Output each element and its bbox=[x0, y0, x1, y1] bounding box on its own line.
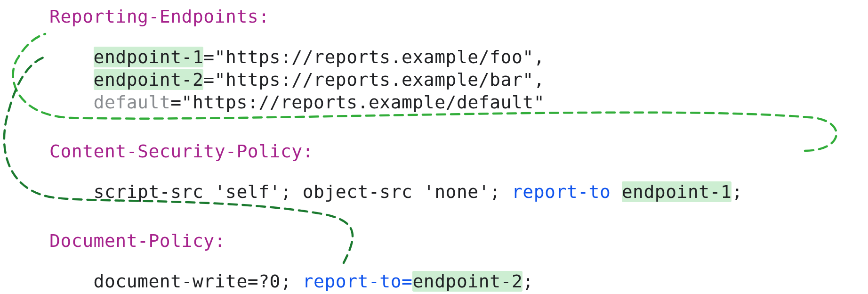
docpolicy-endpoint-ref: endpoint-2 bbox=[412, 271, 522, 292]
docpolicy-prefix: document-write=?0; bbox=[94, 271, 303, 292]
csp-report-to-key: report-to bbox=[512, 181, 622, 202]
endpoint-default-value: ="https://reports.example/default" bbox=[170, 92, 545, 113]
endpoint-default-line: default="https://reports.example/default… bbox=[49, 75, 545, 129]
document-policy-header: Document-Policy: bbox=[49, 232, 225, 250]
diagram-canvas: Reporting-Endpoints: endpoint-1="https:/… bbox=[0, 0, 868, 294]
csp-value-line: script-src 'self'; object-src 'none'; re… bbox=[49, 165, 743, 219]
csp-prefix: script-src 'self'; object-src 'none'; bbox=[94, 181, 512, 202]
csp-header: Content-Security-Policy: bbox=[49, 142, 313, 160]
csp-endpoint-ref: endpoint-1 bbox=[622, 181, 732, 202]
docpolicy-report-to-key: report-to= bbox=[303, 271, 413, 292]
document-policy-value-line: document-write=?0; report-to=endpoint-2; bbox=[49, 254, 534, 294]
endpoint-default-key: default bbox=[94, 92, 171, 113]
reporting-endpoints-header: Reporting-Endpoints: bbox=[49, 8, 270, 25]
docpolicy-suffix: ; bbox=[522, 271, 533, 292]
csp-suffix: ; bbox=[731, 181, 742, 202]
